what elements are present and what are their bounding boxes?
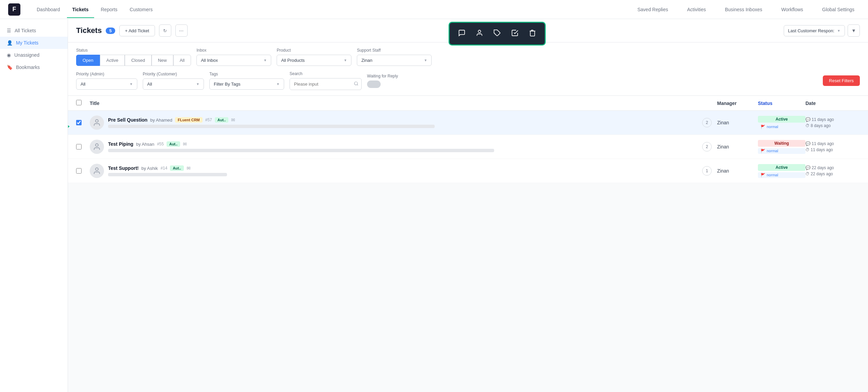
status-new-button[interactable]: New — [152, 55, 173, 66]
row-2-title[interactable]: Test Piping — [108, 141, 133, 147]
row-1-priority-date: ⏱ 8 days ago — [805, 123, 860, 128]
row-2-checkbox-cell — [76, 144, 90, 149]
add-ticket-button[interactable]: + Add Ticket — [119, 25, 155, 36]
select-all-checkbox[interactable] — [76, 100, 82, 105]
inbox-filter-label: Inbox — [196, 48, 271, 53]
row-1-title-line: Pre Sell Question by Ahamed FLuent CRM #… — [108, 117, 702, 123]
product-select[interactable]: All Products ▼ — [277, 55, 351, 66]
sidebar-item-my-tickets[interactable]: 👤 My Tickets — [0, 37, 68, 49]
row-2-checkbox[interactable] — [76, 144, 82, 149]
row-1-checkbox-cell — [76, 120, 90, 125]
nav-reports[interactable]: Reports — [96, 4, 123, 15]
nav-business-inboxes[interactable]: Business Inboxes — [719, 4, 768, 15]
tags-select[interactable]: Filter By Tags ▼ — [209, 78, 284, 90]
filters-panel: Status Open Active Closed New All Inbox … — [68, 42, 868, 96]
priority-admin-label: Priority (Admin) — [76, 72, 137, 76]
row-3-reply-count: 1 — [702, 166, 712, 176]
row-1-tag-auto: Aut.. — [215, 117, 228, 123]
logo[interactable]: F — [8, 3, 20, 16]
row-1-email-icon: ✉ — [231, 117, 235, 123]
row-2-title-line: Test Piping by Ahsan #55 Aut.. ✉ — [108, 141, 702, 147]
sidebar-item-unassigned[interactable]: ◉ Unassigned — [0, 49, 68, 61]
row-2-priority-date: ⏱ 11 days ago — [805, 147, 860, 152]
status-closed-button[interactable]: Closed — [125, 55, 151, 66]
nav-dashboard[interactable]: Dashboard — [31, 4, 66, 15]
search-filter-group: Search — [290, 71, 362, 90]
row-1-title[interactable]: Pre Sell Question — [108, 117, 147, 123]
svg-marker-4 — [68, 124, 70, 128]
bookmarks-icon: 🔖 — [7, 65, 13, 70]
row-2-preview — [108, 149, 494, 152]
reset-filters-button[interactable]: Reset Filters — [823, 75, 860, 86]
waiting-toggle[interactable] — [367, 81, 381, 88]
toolbar-label-button[interactable] — [489, 25, 505, 42]
row-3-title-line: Test Support! by Ashik #14 Aut.. ✉ — [108, 165, 702, 171]
status-all-button[interactable]: All — [173, 55, 191, 66]
priority-customer-label: Priority (Customer) — [143, 72, 204, 76]
status-active-button[interactable]: Active — [100, 55, 125, 66]
row-2-content: Test Piping by Ahsan #55 Aut.. ✉ — [108, 141, 702, 152]
refresh-icon: ↻ — [163, 28, 167, 33]
tags-filter-group: Tags Filter By Tags ▼ — [209, 72, 284, 90]
svg-point-0 — [478, 30, 481, 32]
nav-tickets[interactable]: Tickets — [67, 4, 94, 15]
inbox-filter-group: Inbox All Inbox ▼ — [196, 48, 271, 66]
flag-icon: 🚩 — [761, 173, 765, 177]
sidebar-item-all-tickets[interactable]: ☰ All Tickets — [0, 24, 68, 37]
priority-customer-filter-group: Priority (Customer) All ▼ — [143, 72, 204, 90]
svg-point-7 — [96, 168, 98, 171]
row-3-checkbox[interactable] — [76, 168, 82, 174]
sort-options-button[interactable]: ▼ — [848, 24, 860, 37]
nav-global-settings[interactable]: Global Settings — [817, 4, 860, 15]
priority-admin-select[interactable]: All ▼ — [76, 78, 137, 90]
sort-select[interactable]: Last Customer Respon: ▼ — [784, 25, 845, 36]
search-filter-label: Search — [290, 71, 362, 76]
header-checkbox-cell — [76, 100, 90, 106]
filter-row-2: Priority (Admin) All ▼ Priority (Custome… — [76, 71, 860, 90]
svg-point-5 — [96, 120, 98, 122]
tickets-table: Title Manager Status Date — [68, 96, 868, 183]
svg-point-6 — [96, 144, 98, 146]
row-1-tag-fluent: FLuent CRM — [175, 117, 203, 123]
row-2-status-col: Waiting 🚩 normal — [758, 140, 805, 154]
row-2-email-icon: ✉ — [183, 141, 187, 147]
support-select[interactable]: Zinan ▼ — [357, 55, 432, 66]
sidebar: ☰ All Tickets 👤 My Tickets ◉ Unassigned … — [0, 19, 68, 392]
status-open-button[interactable]: Open — [76, 55, 100, 66]
row-1-avatar — [90, 115, 104, 130]
row-3-content: Test Support! by Ashik #14 Aut.. ✉ — [108, 165, 702, 176]
nav-activities[interactable]: Activities — [682, 4, 711, 15]
row-1-checkbox[interactable] — [76, 120, 82, 125]
header-date: Date — [805, 101, 860, 106]
search-input[interactable] — [290, 79, 351, 89]
priority-customer-select[interactable]: All ▼ — [143, 78, 204, 90]
row-3-ticket-num: #14 — [160, 166, 167, 171]
nav-saved-replies[interactable]: Saved Replies — [632, 4, 673, 15]
inbox-select[interactable]: All Inbox ▼ — [196, 55, 271, 66]
sort-more-icon: ▼ — [851, 28, 856, 33]
toolbar-delete-button[interactable] — [524, 25, 541, 42]
table-row: Test Piping by Ahsan #55 Aut.. ✉ 2 Zinan… — [68, 135, 868, 159]
priority-customer-chevron-icon: ▼ — [196, 82, 199, 86]
layout: ☰ All Tickets 👤 My Tickets ◉ Unassigned … — [0, 19, 868, 392]
toolbar-assign-button[interactable] — [471, 25, 488, 42]
nav-workflows[interactable]: Workflows — [776, 4, 809, 15]
row-2-comment-date: 💬 11 days ago — [805, 141, 860, 146]
row-1-comment-date: 💬 11 days ago — [805, 117, 860, 122]
row-3-title[interactable]: Test Support! — [108, 165, 139, 171]
nav-customers[interactable]: Customers — [124, 4, 158, 15]
sidebar-item-bookmarks[interactable]: 🔖 Bookmarks — [0, 61, 68, 73]
priority-admin-filter-group: Priority (Admin) All ▼ — [76, 72, 137, 90]
row-1-wrapper: Pre Sell Question by Ahamed FLuent CRM #… — [68, 111, 868, 135]
main-content: Tickets 5 + Add Ticket ↻ ⋯ — [68, 19, 868, 392]
sort-dropdown: Last Customer Respon: ▼ ▼ — [784, 24, 860, 37]
toolbar-message-button[interactable] — [454, 25, 470, 42]
toolbar-status-button[interactable] — [507, 25, 523, 42]
header-manager: Manager — [717, 101, 758, 106]
status-change-icon — [511, 29, 519, 38]
refresh-button[interactable]: ↻ — [159, 24, 171, 37]
tickets-count-badge: 5 — [106, 28, 115, 34]
more-button[interactable]: ⋯ — [175, 24, 188, 37]
nav-right: Saved Replies Activities Business Inboxe… — [632, 4, 860, 15]
support-chevron-icon: ▼ — [424, 58, 427, 62]
